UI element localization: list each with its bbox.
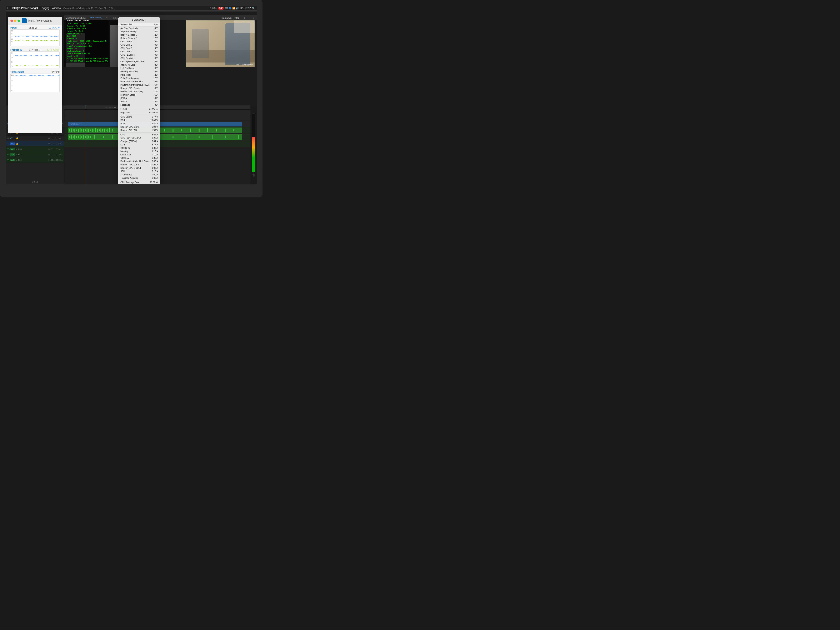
sensor-row-15[interactable]: Palm Rest Actuator25°	[118, 76, 160, 80]
track-m-a3[interactable]: M	[16, 159, 17, 161]
sensor-row-35[interactable]: CPU High (CPU, I/O)8.22 A	[118, 136, 160, 140]
track-h-a2[interactable]: H	[18, 153, 20, 156]
sensor-row-40[interactable]: Other 3.3V0.10 A	[118, 153, 160, 156]
track-label-a2-active[interactable]: A2	[10, 153, 15, 156]
sensor-row-42[interactable]: Platform Controller Hub Core0.66 A	[118, 159, 160, 163]
sensor-name-23: Festplatte	[120, 104, 130, 106]
sensor-row-7[interactable]: CPU Core 495°	[118, 50, 160, 53]
track-eye-a1[interactable]: 👁	[7, 148, 9, 150]
track-m-a1[interactable]: M	[16, 148, 17, 150]
sensor-row-2[interactable]: Battery Sensor 129°	[118, 33, 160, 36]
sensor-row-41[interactable]: Other 5V0.36 A	[118, 156, 160, 159]
menubar-app-name[interactable]: Intel(R) Power Gadget	[12, 7, 38, 9]
track-s-a2[interactable]: S	[21, 153, 22, 156]
tab-bearbeitung[interactable]: Bearbeitung	[90, 16, 102, 19]
menubar-logging[interactable]: Logging	[40, 7, 49, 9]
sensor-row-28[interactable]: CPU VCore1.77 V	[118, 115, 160, 118]
track-lock-v2[interactable]: 🔒	[16, 137, 18, 139]
track-label-a1-active[interactable]: A1	[10, 148, 15, 150]
sensor-row-11[interactable]: Intel GPU Core85°	[118, 63, 160, 66]
track-eye-a3[interactable]: 👁	[7, 159, 9, 161]
sensor-row-36[interactable]: Charger (BMON)0.44 A	[118, 140, 160, 143]
minimize-button[interactable]	[14, 20, 16, 22]
track-eye-v2[interactable]: 👁	[7, 137, 9, 139]
sensor-row-31[interactable]: Radeon GPU Core1.02 V	[118, 125, 160, 128]
close-button[interactable]	[10, 20, 13, 22]
pg-titlebar: i Intel® Power Gadget	[8, 17, 62, 25]
tab-farbe[interactable]: Farbe	[112, 17, 118, 19]
maximize-button[interactable]	[17, 20, 20, 22]
sensor-row-16[interactable]: Platform Controller Hub52°	[118, 80, 160, 83]
sensor-row-8[interactable]: CPU PECI Die98°	[118, 53, 160, 57]
search-icon[interactable]: 🔍	[252, 7, 255, 9]
sensor-row-44[interactable]: Radeon GPU VDDCI1.93 A	[118, 166, 160, 170]
sensor-row-14[interactable]: Palm Rest26°	[118, 73, 160, 76]
sensor-row-29[interactable]: DC In20.00 V	[118, 118, 160, 122]
track-label-a3-active[interactable]: A3	[10, 159, 15, 161]
sensor-row-37[interactable]: DC In3.77 A	[118, 143, 160, 146]
sensor-row-39[interactable]: Memory1.16 A	[118, 150, 160, 153]
sensor-row-43[interactable]: Radeon GPU Core10.91 A	[118, 163, 160, 166]
sensor-row-13[interactable]: Memory Proximity57°	[118, 70, 160, 73]
sensor-row-1[interactable]: Airport Proximity46°	[118, 30, 160, 33]
bandwidth-display: 0.6KB/s	[210, 7, 217, 9]
sensor-name-12: Left Fin Stack	[120, 67, 134, 69]
sensor-row-21[interactable]: SSD A37°	[118, 96, 160, 100]
track-label-v1-active[interactable]: V1	[10, 142, 15, 145]
sensor-row-10[interactable]: CPU System Agent Core87°	[118, 60, 160, 63]
sensor-row-38[interactable]: Intel GPU1.83 A	[118, 146, 160, 150]
sensor-row-47[interactable]: Trackpad Actuator0.00 A	[118, 176, 160, 180]
sensor-name-15: Palm Rest Actuator	[120, 77, 139, 79]
sensor-name-19: Radeon GPU Proximity	[120, 90, 143, 93]
sensor-row-34[interactable]: CPU3.62 A	[118, 133, 160, 136]
expand-icon[interactable]: »	[253, 17, 254, 19]
sensor-row-3[interactable]: Battery Sensor 228°	[118, 36, 160, 40]
sensor-row-0[interactable]: Air Flow Proximity40°	[118, 27, 160, 30]
snapping-icon[interactable]: ⊕	[36, 181, 38, 183]
svg-rect-46	[82, 136, 82, 138]
track-h-a3[interactable]: H	[18, 159, 20, 161]
sensor-row-18[interactable]: Radeon GPU Diode80°	[118, 87, 160, 90]
playhead	[85, 106, 85, 109]
pg-power-ia: IA: 24,79 W	[49, 27, 60, 29]
sensor-value-41: 0.36 A	[152, 157, 158, 159]
sensor-row-20[interactable]: Right Fin Stack50°	[118, 93, 160, 96]
sensor-name-26: Rightside	[120, 111, 129, 114]
menubar-window[interactable]: Window	[52, 7, 61, 9]
db-label-neg12: -12	[253, 174, 254, 175]
pg-temp-label: Temperature	[10, 71, 24, 73]
sensor-row-4[interactable]: CPU Core 193°	[118, 40, 160, 43]
sensor-name-6: CPU Core 3	[120, 47, 132, 49]
sensor-row-6[interactable]: CPU Core 396°	[118, 46, 160, 50]
sensor-row-17[interactable]: Platform Controller Hub PECI57°	[118, 83, 160, 87]
sensor-row-49[interactable]: CPU Package Core26.57 W	[118, 181, 160, 184]
track-m-a2[interactable]: M	[16, 153, 17, 156]
sensor-row-26[interactable]: Rightside5706rpm	[118, 111, 160, 114]
sensor-row-22[interactable]: SSD B36°	[118, 100, 160, 103]
track-eye-v1[interactable]: 👁	[7, 142, 9, 145]
track-lock-v1[interactable]: 🔒	[16, 142, 18, 145]
tab-zusammenstellung[interactable]: Zusammenstellung	[66, 17, 85, 19]
sensor-row-50[interactable]: CPU Package GPU0.00 W	[118, 184, 160, 185]
pg-freq-chart-area	[15, 52, 59, 68]
sensor-row-32[interactable]: Radeon GPU FB1.50 V	[118, 128, 160, 132]
sensor-row-9[interactable]: CPU Proximity69°	[118, 57, 160, 60]
track-eye-a2[interactable]: 👁	[7, 153, 9, 156]
sensor-row-45[interactable]: SSD0.13 A	[118, 170, 160, 173]
sensor-row-46[interactable]: Thunderbolt0.00 A	[118, 173, 160, 176]
svg-rect-32	[181, 129, 182, 131]
sensor-name-30: Pbus	[120, 122, 125, 125]
track-s-a1[interactable]: S	[21, 148, 22, 150]
sensor-row-12[interactable]: Left Fin Stack60°	[118, 66, 160, 70]
sensor-row-25[interactable]: Leftside6160rpm	[118, 107, 160, 111]
track-h-a1[interactable]: H	[18, 148, 20, 150]
sensor-row-5[interactable]: CPU Core 298°	[118, 43, 160, 46]
sensor-row-30[interactable]: Pbus12.80 V	[118, 122, 160, 125]
cpu-temp-badge: 98°	[218, 7, 224, 9]
track-a2: 👁 A2 M H S 00:00:... 00:50:...	[6, 152, 64, 157]
sensor-row-19[interactable]: Radeon GPU Proximity73°	[118, 90, 160, 93]
sensor-row-23[interactable]: Festplatte32°	[118, 103, 160, 106]
svg-rect-23	[109, 128, 110, 132]
clock-display: Do. 19:12	[240, 7, 251, 9]
track-s-a3[interactable]: S	[21, 159, 22, 161]
